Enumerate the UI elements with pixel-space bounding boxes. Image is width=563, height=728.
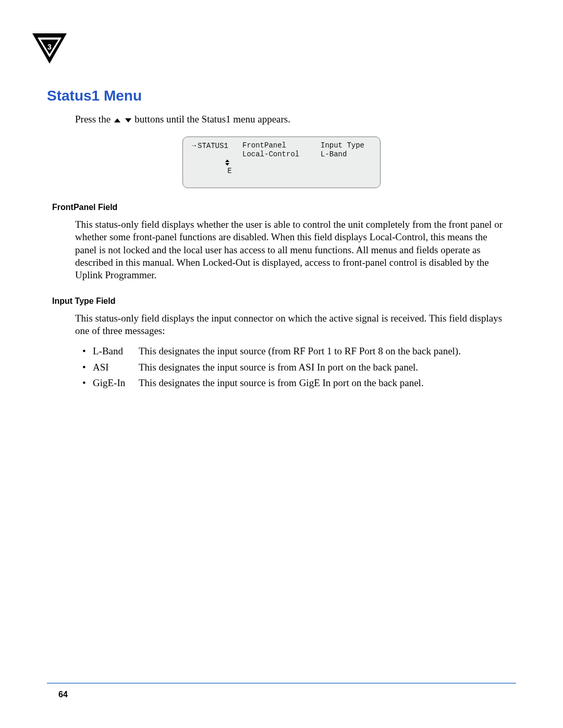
- chapter-number: 3: [47, 43, 52, 51]
- intro-text: Press the buttons until the Status1 menu…: [75, 114, 516, 125]
- para-frontpanel: This status-only field displays whether …: [75, 218, 511, 282]
- lcd-row-2: E Local-Control L-Band: [190, 150, 373, 183]
- list-item: • GigE-In This designates the input sour…: [82, 375, 511, 391]
- def-term: ASI: [93, 360, 139, 375]
- lcd-display: →STATUS1 FrontPanel Input Type E Local-C…: [182, 137, 381, 188]
- page-number: 64: [58, 690, 68, 699]
- right-arrow-icon: →: [190, 141, 198, 150]
- intro-pre: Press the: [75, 114, 113, 125]
- definition-list: • L-Band This designates the input sourc…: [82, 343, 511, 391]
- footer-rule: [47, 683, 516, 684]
- lcd-r1c2: FrontPanel: [242, 141, 321, 150]
- bullet-icon: •: [82, 375, 93, 391]
- bullet-icon: •: [82, 343, 93, 359]
- lcd-r1c1: →STATUS1: [190, 141, 242, 150]
- list-item: • L-Band This designates the input sourc…: [82, 343, 511, 359]
- subheading-inputtype: Input Type Field: [52, 297, 516, 306]
- section-heading: Status1 Menu: [47, 88, 516, 104]
- def-term: L-Band: [93, 343, 139, 359]
- down-arrow-icon: [125, 118, 131, 122]
- page-content: Status1 Menu Press the buttons until the…: [47, 88, 516, 391]
- chapter-badge: 3: [31, 32, 68, 69]
- def-desc: This designates the input source (from R…: [139, 343, 511, 359]
- lcd-r1c3: Input Type: [321, 141, 373, 150]
- lcd-r2c3: L-Band: [321, 150, 373, 183]
- def-term: GigE-In: [93, 375, 139, 391]
- up-arrow-icon: [114, 118, 120, 122]
- intro-post: buttons until the Status1 menu appears.: [134, 114, 290, 125]
- lcd-r2c1: E: [190, 150, 242, 183]
- def-desc: This designates the input source is from…: [139, 360, 511, 375]
- def-desc: This designates the input source is from…: [139, 375, 511, 391]
- para-inputtype: This status-only field displays the inpu…: [75, 312, 511, 338]
- lcd-row-1: →STATUS1 FrontPanel Input Type: [190, 141, 373, 150]
- updown-arrow-icon: [225, 159, 229, 166]
- bullet-icon: •: [82, 360, 93, 375]
- lcd-r2c2: Local-Control: [242, 150, 321, 183]
- list-item: • ASI This designates the input source i…: [82, 360, 511, 375]
- subheading-frontpanel: FrontPanel Field: [52, 203, 516, 212]
